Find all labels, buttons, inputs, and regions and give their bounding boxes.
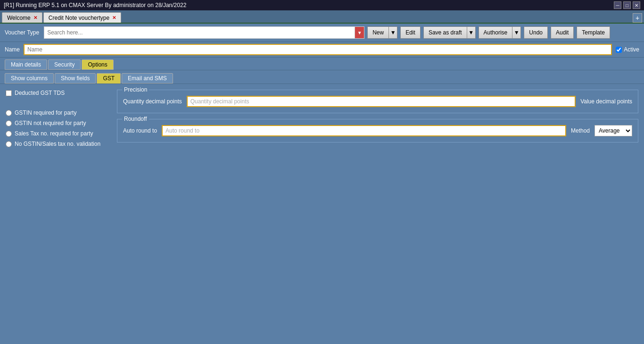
tab-creditnote-close[interactable]: ✕ — [112, 16, 116, 20]
deducted-gst-tds-item[interactable]: Deducted GST TDS — [6, 90, 109, 96]
no-gstin-validation-item[interactable]: No GSTIN/Sales tax no. validation — [6, 141, 109, 147]
search-dropdown-button[interactable]: ▼ — [355, 27, 364, 38]
tab-creditnote-label: Credit Note vouchertype — [49, 15, 109, 21]
tab-add-button[interactable]: + — [633, 13, 642, 23]
new-dropdown-button[interactable]: ▼ — [389, 26, 397, 39]
new-button-group: New ▼ — [367, 26, 397, 39]
gstin-not-required-party-item[interactable]: GSTIN not required for party — [6, 120, 109, 126]
main-tabs: Main details Security Options — [0, 58, 644, 70]
value-decimal-label: Value decimal points — [580, 98, 632, 105]
title-bar: [R1] Running ERP 5.1 on CMAX Server By a… — [0, 0, 644, 10]
edit-button[interactable]: Edit — [400, 26, 421, 39]
no-gstin-validation-label: No GSTIN/Sales tax no. validation — [15, 141, 100, 147]
undo-button[interactable]: Undo — [524, 26, 548, 39]
tab-options[interactable]: Options — [82, 59, 113, 70]
tab-bar: Welcome ✕ Credit Note vouchertype ✕ + — [0, 10, 644, 24]
gstin-not-required-party-label: GSTIN not required for party — [15, 120, 86, 126]
tab-welcome-label: Welcome — [7, 15, 31, 21]
method-label: Method — [571, 127, 590, 134]
tab-show-columns[interactable]: Show columns — [5, 73, 54, 84]
right-panel: Precision Quantity decimal points Value … — [117, 90, 638, 147]
tab-gst[interactable]: GST — [97, 73, 121, 84]
sales-tax-required-party-radio[interactable] — [6, 131, 12, 137]
tab-main-details[interactable]: Main details — [5, 59, 47, 70]
precision-group-title: Precision — [122, 86, 149, 93]
tab-show-fields[interactable]: Show fields — [55, 73, 96, 84]
authorise-button[interactable]: Authorise — [479, 26, 513, 39]
auto-round-label: Auto round to — [123, 127, 157, 134]
search-dropdown-arrow-icon: ▼ — [357, 30, 362, 35]
gstin-required-party-item[interactable]: GSTIN required for party — [6, 109, 109, 116]
minimize-button[interactable]: ─ — [614, 1, 621, 9]
tab-welcome[interactable]: Welcome ✕ — [2, 12, 42, 23]
gstin-required-party-label: GSTIN required for party — [15, 109, 76, 116]
close-button[interactable]: ✕ — [633, 1, 640, 9]
authorise-dropdown-button[interactable]: ▼ — [512, 26, 521, 39]
save-draft-button[interactable]: Save as draft — [423, 26, 467, 39]
save-draft-button-group: Save as draft ▼ — [423, 26, 476, 39]
sales-tax-required-party-item[interactable]: Sales Tax no. required for party — [6, 130, 109, 137]
authorise-button-group: Authorise ▼ — [479, 26, 521, 39]
tab-email-sms[interactable]: Email and SMS — [122, 73, 173, 84]
toolbar: Voucher Type ▼ New ▼ Edit Save as draft … — [0, 24, 644, 42]
roundoff-group-title: Roundoff — [122, 116, 149, 122]
quantity-decimal-input[interactable] — [187, 96, 576, 107]
no-gstin-validation-radio[interactable] — [6, 141, 12, 147]
deducted-gst-tds-checkbox[interactable] — [6, 90, 12, 96]
roundoff-form-row: Auto round to Method Average Up Down — [123, 125, 632, 136]
name-bar: Name Active — [0, 42, 644, 58]
audit-button[interactable]: Audit — [551, 26, 574, 39]
new-button[interactable]: New — [367, 26, 389, 39]
tab-welcome-close[interactable]: ✕ — [33, 16, 37, 20]
title-text: [R1] Running ERP 5.1 on CMAX Server By a… — [4, 2, 186, 8]
window-controls: ─ □ ✕ — [614, 1, 640, 9]
left-panel: Deducted GST TDS GSTIN required for part… — [6, 90, 109, 147]
active-checkbox[interactable] — [616, 47, 622, 53]
tab-creditnote[interactable]: Credit Note vouchertype ✕ — [43, 12, 121, 23]
method-select[interactable]: Average Up Down — [594, 125, 632, 136]
active-label: Active — [624, 46, 639, 53]
maximize-button[interactable]: □ — [623, 1, 631, 9]
precision-group: Precision Quantity decimal points Value … — [117, 90, 638, 113]
search-box: ▼ — [44, 26, 364, 39]
voucher-type-label: Voucher Type — [5, 29, 39, 36]
deducted-gst-tds-label: Deducted GST TDS — [15, 90, 65, 96]
quantity-decimal-label: Quantity decimal points — [123, 98, 182, 105]
sales-tax-required-party-label: Sales Tax no. required for party — [15, 130, 93, 137]
gstin-required-party-radio[interactable] — [6, 110, 12, 116]
save-draft-dropdown-button[interactable]: ▼ — [467, 26, 476, 39]
name-input[interactable] — [24, 44, 612, 55]
sub-tabs: Show columns Show fields GST Email and S… — [0, 70, 644, 84]
template-button[interactable]: Template — [577, 26, 610, 39]
active-checkbox-label[interactable]: Active — [616, 46, 639, 53]
tab-security[interactable]: Security — [48, 59, 81, 70]
auto-round-input[interactable] — [162, 125, 566, 136]
name-label: Name — [5, 46, 20, 53]
roundoff-group: Roundoff Auto round to Method Average Up… — [117, 119, 638, 143]
precision-form-row: Quantity decimal points Value decimal po… — [123, 96, 632, 107]
search-input[interactable] — [47, 29, 361, 36]
content-area: Deducted GST TDS GSTIN required for part… — [0, 84, 644, 153]
gstin-not-required-party-radio[interactable] — [6, 120, 12, 126]
